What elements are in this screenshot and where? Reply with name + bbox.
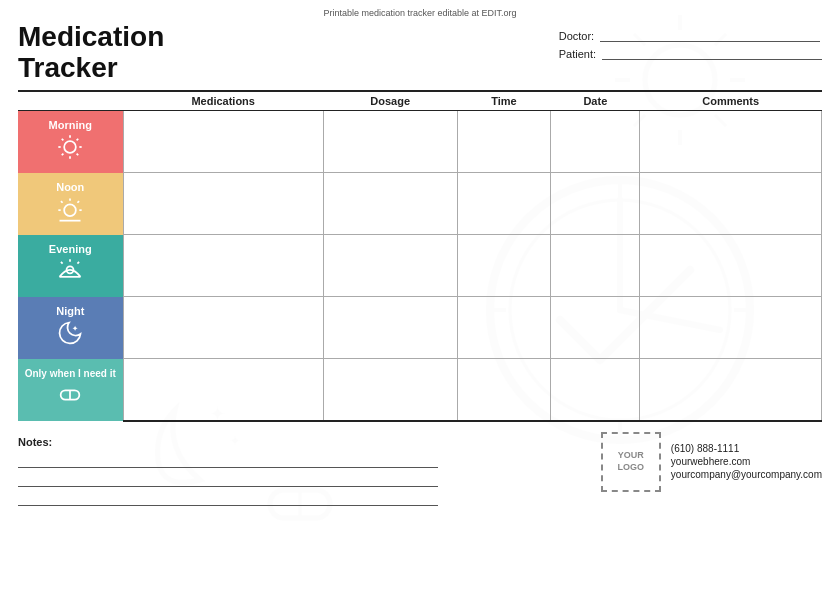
notes-lines [18, 456, 601, 506]
data-cell-morning-0 [123, 110, 323, 173]
data-cell-night-2 [457, 297, 551, 359]
time-label-morning: Morning [49, 119, 92, 131]
data-cell-evening-3 [551, 235, 640, 297]
data-cell-only-when-0 [123, 359, 323, 421]
data-cell-noon-1 [323, 173, 457, 235]
svg-text:✦: ✦ [73, 325, 79, 332]
time-label-evening: Evening [49, 243, 92, 255]
time-label-night: Night [56, 305, 84, 317]
svg-line-35 [78, 201, 80, 203]
patient-row: Patient: [559, 48, 822, 60]
time-icon-evening [56, 257, 84, 288]
time-cell-evening: Evening [18, 235, 123, 297]
data-cell-only-when-3 [551, 359, 640, 421]
th-dosage: Dosage [323, 91, 457, 111]
page-title: MedicationTracker [18, 22, 164, 84]
data-cell-night-0 [123, 297, 323, 359]
svg-line-29 [77, 139, 79, 141]
notes-label: Notes: [18, 436, 52, 448]
notes-line-2 [18, 475, 438, 487]
data-cell-noon-4 [640, 173, 822, 235]
svg-line-41 [78, 262, 80, 264]
patient-line [602, 48, 822, 60]
data-cell-only-when-2 [457, 359, 551, 421]
patient-label: Patient: [559, 48, 596, 60]
th-empty [18, 91, 123, 111]
time-cell-noon: Noon [18, 173, 123, 235]
contact-email: yourcompany@yourcompany.com [671, 469, 822, 480]
time-label-only-when: Only when I need it [25, 368, 116, 379]
data-cell-night-3 [551, 297, 640, 359]
doctor-label: Doctor: [559, 30, 594, 42]
time-icon-night: ✦ [56, 319, 84, 350]
doctor-line [600, 30, 820, 42]
data-cell-noon-0 [123, 173, 323, 235]
svg-line-40 [61, 262, 63, 264]
th-comments: Comments [640, 91, 822, 111]
th-date: Date [551, 91, 640, 111]
data-cell-morning-4 [640, 110, 822, 173]
data-cell-only-when-1 [323, 359, 457, 421]
time-icon-only-when [56, 381, 84, 412]
title-block: MedicationTracker [18, 22, 164, 84]
contact-phone: (610) 888-1111 [671, 443, 822, 454]
bottom-section: Notes: YOUR LOGO (610) 888-1111 yourwebh… [18, 428, 822, 506]
data-cell-morning-1 [323, 110, 457, 173]
svg-line-27 [77, 154, 79, 156]
logo-line2: LOGO [618, 462, 645, 474]
svg-line-28 [62, 154, 64, 156]
th-time: Time [457, 91, 551, 111]
time-icon-noon [56, 195, 84, 226]
svg-line-26 [62, 139, 64, 141]
notes-line-1 [18, 456, 438, 468]
data-cell-morning-3 [551, 110, 640, 173]
header-row: MedicationTracker Doctor: Patient: [18, 22, 822, 84]
data-cell-noon-3 [551, 173, 640, 235]
data-cell-night-4 [640, 297, 822, 359]
logo-contact: YOUR LOGO (610) 888-1111 yourwebhere.com… [601, 432, 822, 492]
svg-point-30 [64, 204, 76, 216]
doctor-row: Doctor: [559, 30, 822, 42]
time-label-noon: Noon [56, 181, 84, 193]
data-cell-noon-2 [457, 173, 551, 235]
data-cell-morning-2 [457, 110, 551, 173]
tracker-table: Medications Dosage Time Date Comments Mo… [18, 90, 822, 422]
data-cell-evening-1 [323, 235, 457, 297]
data-cell-evening-0 [123, 235, 323, 297]
notes-line-3 [18, 494, 438, 506]
time-cell-morning: Morning [18, 110, 123, 173]
logo-box: YOUR LOGO [601, 432, 661, 492]
data-cell-night-1 [323, 297, 457, 359]
top-banner: Printable medication tracker editable at… [18, 8, 822, 18]
notes-block: Notes: [18, 432, 601, 506]
time-icon-morning [56, 133, 84, 164]
data-cell-only-when-4 [640, 359, 822, 421]
th-medications: Medications [123, 91, 323, 111]
svg-point-21 [64, 141, 76, 153]
page: Printable medication tracker editable at… [0, 0, 840, 594]
doctor-patient-fields: Doctor: Patient: [559, 22, 822, 60]
data-cell-evening-4 [640, 235, 822, 297]
time-cell-night: Night✦ [18, 297, 123, 359]
time-cell-only-when: Only when I need it [18, 359, 123, 421]
data-cell-evening-2 [457, 235, 551, 297]
contact-web: yourwebhere.com [671, 456, 822, 467]
contact-info: (610) 888-1111 yourwebhere.com yourcompa… [671, 443, 822, 480]
logo-line1: YOUR [618, 450, 644, 462]
svg-line-32 [61, 201, 63, 203]
